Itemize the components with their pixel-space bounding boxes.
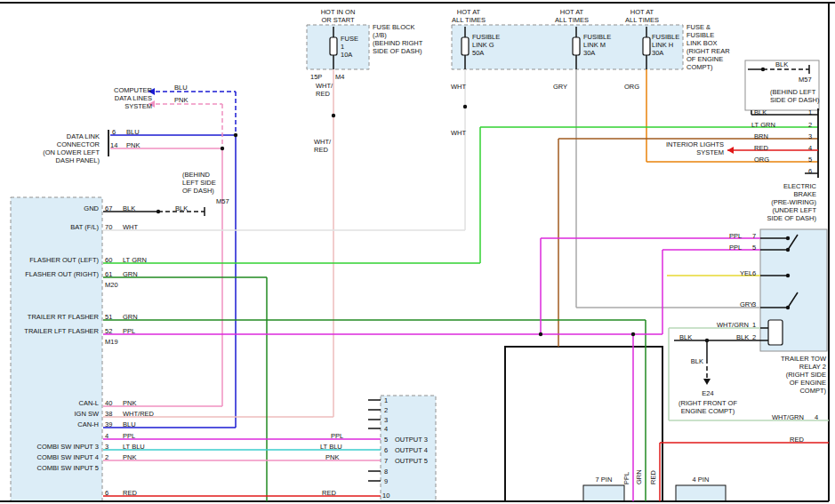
junction-dot (463, 105, 467, 108)
fusible-link-h-symbol (643, 37, 650, 55)
junction-dot (705, 339, 709, 342)
junction-dot (234, 133, 237, 137)
e24-ground-arrow (703, 379, 711, 385)
seven-pin-connector-box (583, 485, 624, 501)
junction-dot (539, 332, 542, 336)
computer-data-pnk-arrow (149, 100, 155, 108)
left-module-box (11, 197, 102, 501)
junction-dot (221, 147, 224, 150)
relay-coil-symbol (768, 320, 783, 345)
m57-ground-box (745, 60, 819, 110)
junction-dot (761, 68, 765, 71)
junction-dot (157, 210, 160, 213)
diagram-svg (0, 0, 835, 504)
junction-dot (786, 306, 790, 309)
fuse-1-symbol (330, 37, 337, 55)
wiring-diagram: HOT IN ONOR STARTFUSE110AFUSE BLOCK(J/B)… (0, 0, 835, 504)
computer-data-blu-arrow (149, 88, 155, 95)
junction-dot (786, 248, 790, 252)
junction-dot (786, 236, 790, 240)
junction-dot (631, 332, 635, 336)
harness-box (505, 347, 662, 501)
interior-lights-arrow (727, 147, 734, 154)
fusible-link-m-symbol (573, 37, 580, 55)
output-block-box (381, 396, 436, 501)
junction-dot (786, 274, 790, 277)
fuse-block-box (307, 25, 369, 69)
fusible-link-g-symbol (462, 37, 469, 55)
four-pin-connector-box (676, 485, 726, 501)
junction-dot (332, 114, 335, 117)
